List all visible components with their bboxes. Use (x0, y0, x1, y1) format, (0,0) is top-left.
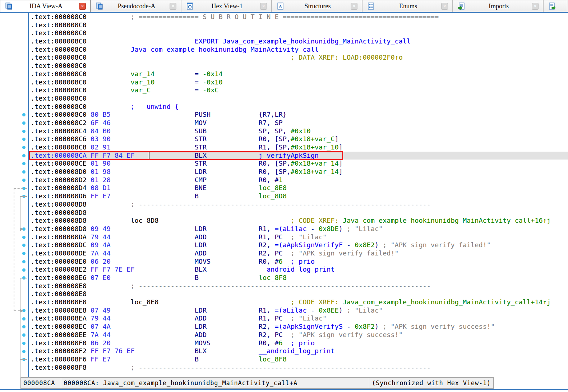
tab-close-icon[interactable]: ✕ (441, 3, 448, 10)
listing-line[interactable]: .text:000008D0 01 98 LDR R0, [SP,#0x18+v… (29, 168, 568, 176)
listing-segment: .text:000008D6 (31, 192, 87, 200)
listing-segment: LDR R1, (111, 225, 275, 232)
listing-segment: loc_8F8 (259, 274, 287, 281)
listing-line[interactable]: .text:000008E8 loc_8E8 ; CODE XREF: Java… (29, 298, 568, 306)
listing-segment: #0x18+var_C (291, 135, 335, 143)
tab-ida-view-a[interactable]: IDA View-A✕ (0, 0, 91, 12)
listing-segment: ; "APK sign verify failed!" (379, 241, 491, 249)
listing-segment: FF F7 76 EF (87, 347, 135, 355)
listing-line[interactable]: .text:000008E6 07 E0 B loc_8F8 (29, 274, 568, 282)
tab-close-icon[interactable]: ✕ (351, 3, 357, 10)
listing-segment: ; CODE XREF: (158, 298, 342, 306)
listing-line[interactable]: .text:000008C0 ; =============== S U B R… (29, 13, 568, 21)
tab-close-icon[interactable]: ✕ (79, 3, 86, 10)
listing-line[interactable]: .text:000008F0 06 20 MOVS R0, #6 ; prio (29, 339, 568, 347)
listing-segment: ) (375, 241, 379, 249)
listing-line[interactable]: .text:000008C0 (29, 29, 568, 37)
instruction-dot (22, 244, 26, 247)
disassembly-listing[interactable]: .text:000008C0 ; =============== S U B R… (28, 13, 568, 377)
listing-line[interactable]: .text:000008E8 (29, 290, 568, 298)
listing-line[interactable]: .text:000008E8 07 49 LDR R1, =(aLilac - … (29, 306, 568, 315)
listing-segment: .text:000008C6 (31, 135, 87, 143)
listing-segment: .text:000008C0 (31, 86, 87, 94)
listing-line[interactable]: .text:000008EA 79 44 ADD R1, PC ; "Lilac… (29, 314, 568, 323)
listing-segment: j_verifyApkSign (259, 152, 319, 159)
listing-segment: loc_8D8 (259, 192, 287, 200)
listing-line[interactable]: .text:000008C0 Java_com_example_hookinun… (29, 46, 568, 54)
listing-segment: BLX (135, 347, 259, 355)
listing-segment: .text:000008DE (31, 249, 87, 257)
listing-segment: .text:000008C0 (31, 13, 87, 20)
listing-segment: .text:000008D8 (31, 217, 87, 224)
listing-segment: 79 44 (87, 314, 111, 322)
listing-line[interactable]: .text:000008EC 07 4A LDR R2, =(aApkSignV… (29, 323, 568, 331)
listing-line[interactable]: .text:000008F2 FF F7 76 EF BLX __android… (29, 347, 568, 355)
instruction-dot (22, 350, 26, 353)
imports-icon (458, 2, 466, 10)
listing-segment: 84 B0 (87, 127, 111, 135)
listing-segment: ; DATA XREF: LOAD:000002F0↑o (87, 54, 403, 61)
listing-line[interactable]: .text:000008D2 01 28 CMP R0, #1 (29, 176, 568, 184)
listing-line[interactable]: .text:000008C0 var_14 = -0x14 (29, 70, 568, 78)
tab-enums[interactable]: Enums✕ (362, 0, 453, 12)
listing-line[interactable]: .text:000008C0 var_10 = -0x10 (29, 78, 568, 87)
status-cell: 000008CA: Java_com_example_hookinunidbg_… (61, 377, 369, 389)
listing-line[interactable]: .text:000008DE 7A 44 ADD R2, PC ; "APK s… (29, 249, 568, 258)
listing-segment: 80 B5 (87, 111, 111, 118)
listing-line[interactable]: .text:000008C0 (29, 94, 568, 103)
listing-line[interactable]: .text:000008C8 02 91 STR R1, [SP,#0x18+v… (29, 143, 568, 152)
listing-line[interactable]: .text:000008F6 FF E7 B loc_8F8 (29, 355, 568, 364)
listing-segment: var_C (87, 86, 151, 94)
listing-segment: #0x10 (291, 127, 311, 135)
listing-segment: .text:000008C8 (31, 143, 87, 151)
listing-segment: .text:000008F6 (31, 355, 87, 363)
listing-segment: -0x14 (203, 70, 223, 78)
tab-imports[interactable]: Imports✕ (453, 0, 543, 12)
listing-segment: 09 4A (87, 241, 111, 249)
listing-line[interactable]: .text:000008D8 loc_8D8 ; CODE XREF: Java… (29, 217, 568, 225)
listing-line[interactable]: .text:000008C2 6F 46 MOV R7, SP (29, 119, 568, 127)
listing-line[interactable]: .text:000008C0 var_C = -0xC (29, 86, 568, 94)
instruction-dot (22, 333, 26, 337)
listing-segment: = (151, 86, 203, 94)
instruction-dot (22, 236, 26, 239)
tab-hex-view-1[interactable]: Hex View-1✕ (181, 0, 272, 12)
listing-segment: ; "APK sign verify success!" (283, 331, 403, 338)
listing-segment: 06 20 (87, 339, 111, 347)
listing-segment: 79 44 (87, 233, 111, 241)
listing-line[interactable]: .text:000008C4 84 B0 SUB SP, SP, #0x10 (29, 127, 568, 135)
listing-line[interactable]: .text:000008D8 09 49 LDR R1, =(aLilac - … (29, 225, 568, 233)
listing-line[interactable]: .text:000008E8 ; -----------------------… (29, 282, 568, 290)
listing-segment: - (343, 241, 355, 249)
tab-close-icon[interactable]: ✕ (170, 3, 176, 10)
listing-line[interactable]: .text:000008C0 ; __unwind { (29, 103, 568, 111)
listing-line[interactable]: .text:000008C0 80 B5 PUSH {R7,LR} (29, 111, 568, 119)
listing-line[interactable]: .text:000008D8 (29, 209, 568, 217)
listing-line[interactable]: .text:000008EE 7A 44 ADD R2, PC ; "APK s… (29, 331, 568, 339)
listing-line[interactable]: .text:000008D8 ; -----------------------… (29, 200, 568, 209)
tab-structures[interactable]: AStructures✕ (272, 0, 362, 12)
listing-line[interactable]: .text:000008D4 08 D1 BNE loc_8E8 (29, 184, 568, 192)
tab-partial[interactable] (543, 0, 567, 12)
listing-line[interactable]: .text:000008DC 09 4A LDR R2, =(aApkSignV… (29, 241, 568, 249)
tab-close-icon[interactable]: ✕ (532, 3, 539, 10)
listing-line[interactable]: .text:000008E2 FF F7 7E EF BLX __android… (29, 266, 568, 274)
listing-line[interactable]: .text:000008C0 (29, 21, 568, 29)
tab-close-icon[interactable]: ✕ (260, 3, 267, 10)
instruction-dot (22, 121, 26, 125)
listing-line[interactable]: .text:000008C0 ; DATA XREF: LOAD:000002F… (29, 54, 568, 62)
tab-pseudocode-a[interactable]: Pseudocode-A✕ (91, 0, 181, 12)
listing-segment: .text:000008DC (31, 241, 87, 249)
instruction-dot (22, 138, 26, 141)
listing-segment: .text:000008E8 (31, 282, 87, 290)
listing-line[interactable]: .text:000008DA 79 44 ADD R1, PC ; "Lilac… (29, 233, 568, 241)
listing-line[interactable]: .text:000008E0 06 20 MOVS R0, #6 ; prio (29, 258, 568, 266)
listing-line[interactable]: .text:000008CE 01 90 STR R0, [SP,#0x18+v… (29, 160, 568, 168)
listing-line[interactable]: .text:000008F8 ; -----------------------… (29, 364, 568, 372)
listing-segment: .text:000008EE (31, 331, 87, 338)
listing-line[interactable]: .text:000008D6 FF E7 B loc_8D8 (29, 192, 568, 200)
listing-line[interactable]: .text:000008C0 EXPORT Java_com_example_h… (29, 37, 568, 46)
listing-line-current[interactable]: .text:000008CA FF F7 84 EF BLX j_verifyA… (29, 152, 568, 160)
listing-line[interactable]: .text:000008C0 (29, 62, 568, 70)
listing-line[interactable]: .text:000008C6 03 90 STR R0, [SP,#0x18+v… (29, 135, 568, 143)
